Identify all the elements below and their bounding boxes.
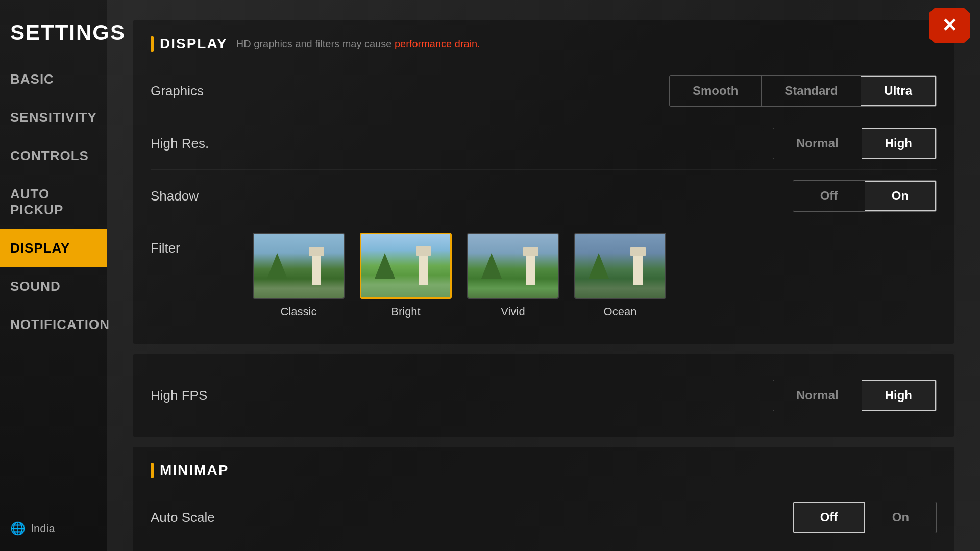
filter-bright-label: Bright (391, 305, 420, 318)
minimap-section: MINIMAP Auto Scale Off On (133, 447, 954, 551)
sidebar-item-sound[interactable]: SOUND (0, 267, 107, 306)
graphics-toggle-group: Smooth Standard Ultra (669, 75, 937, 107)
fps-section: High FPS Normal High (133, 354, 954, 437)
main-content: DISPLAY HD graphics and filters may caus… (107, 0, 980, 551)
auto-scale-label: Auto Scale (151, 510, 215, 525)
graphics-row: Graphics Smooth Standard Ultra (151, 65, 937, 117)
high-res-toggle-group: Normal High (773, 128, 937, 159)
graphics-label: Graphics (151, 83, 204, 99)
filter-row: Filter Classic Bright (151, 222, 937, 329)
high-res-row: High Res. Normal High (151, 117, 937, 170)
minimap-section-title: MINIMAP (160, 462, 229, 479)
sidebar-item-display[interactable]: DISPLAY (0, 229, 107, 267)
filter-classic-thumbnail (253, 233, 345, 299)
sidebar-item-sensitivity[interactable]: SENSITIVITY (0, 98, 107, 137)
high-fps-toggle-group: Normal High (773, 380, 937, 411)
high-fps-high-btn[interactable]: High (862, 380, 936, 411)
auto-scale-off-btn[interactable]: Off (793, 502, 865, 533)
display-section-header: DISPLAY HD graphics and filters may caus… (151, 36, 937, 52)
auto-scale-on-btn[interactable]: On (865, 502, 936, 533)
high-res-normal-btn[interactable]: Normal (773, 128, 862, 159)
filter-bright[interactable]: Bright (360, 233, 452, 318)
close-icon: ✕ (942, 15, 957, 36)
filter-bright-thumbnail (360, 233, 452, 299)
display-section: DISPLAY HD graphics and filters may caus… (133, 20, 954, 344)
minimap-section-bar-icon (151, 463, 154, 478)
high-res-label: High Res. (151, 136, 209, 152)
sidebar-item-controls[interactable]: CONTROLS (0, 137, 107, 175)
filter-classic-label: Classic (281, 305, 317, 318)
filter-vivid[interactable]: Vivid (467, 233, 559, 318)
graphics-smooth-btn[interactable]: Smooth (670, 76, 761, 106)
sidebar-item-auto-pickup[interactable]: AUTO PICKUP (0, 175, 107, 229)
high-fps-normal-btn[interactable]: Normal (773, 380, 862, 411)
filter-ocean-label: Ocean (604, 305, 637, 318)
region-label: India (31, 522, 55, 535)
display-section-title: DISPLAY (160, 36, 228, 52)
shadow-on-btn[interactable]: On (865, 181, 936, 211)
high-fps-label: High FPS (151, 388, 207, 404)
shadow-row: Shadow Off On (151, 170, 937, 222)
app-title: SETTINGS (0, 10, 107, 60)
high-fps-row: High FPS Normal High (151, 369, 937, 421)
sidebar-item-basic[interactable]: BASIC (0, 60, 107, 98)
region-footer: 🌐 India (10, 521, 55, 536)
sidebar: SETTINGS BASIC SENSITIVITY CONTROLS AUTO… (0, 0, 107, 551)
filter-classic[interactable]: Classic (253, 233, 345, 318)
shadow-off-btn[interactable]: Off (793, 181, 865, 211)
filter-ocean-thumbnail (574, 233, 666, 299)
graphics-standard-btn[interactable]: Standard (761, 76, 861, 106)
graphics-ultra-btn[interactable]: Ultra (861, 76, 936, 106)
filter-vivid-label: Vivid (501, 305, 525, 318)
sidebar-item-notification[interactable]: NOTIFICATION (0, 306, 107, 344)
display-section-subtitle: HD graphics and filters may cause perfor… (236, 38, 480, 50)
filter-vivid-thumbnail (467, 233, 559, 299)
shadow-toggle-group: Off On (793, 180, 937, 212)
filter-label: Filter (151, 233, 253, 256)
shadow-label: Shadow (151, 188, 199, 204)
auto-scale-row: Auto Scale Off On (151, 491, 937, 543)
close-button[interactable]: ✕ (929, 8, 970, 43)
performance-warning: performance drain. (395, 38, 480, 49)
filter-options: Classic Bright Vivid (253, 233, 666, 318)
high-res-high-btn[interactable]: High (862, 128, 936, 159)
minimap-section-header: MINIMAP (151, 462, 937, 479)
auto-scale-toggle-group: Off On (793, 502, 937, 533)
section-bar-icon (151, 36, 154, 52)
filter-ocean[interactable]: Ocean (574, 233, 666, 318)
globe-icon: 🌐 (10, 521, 26, 536)
